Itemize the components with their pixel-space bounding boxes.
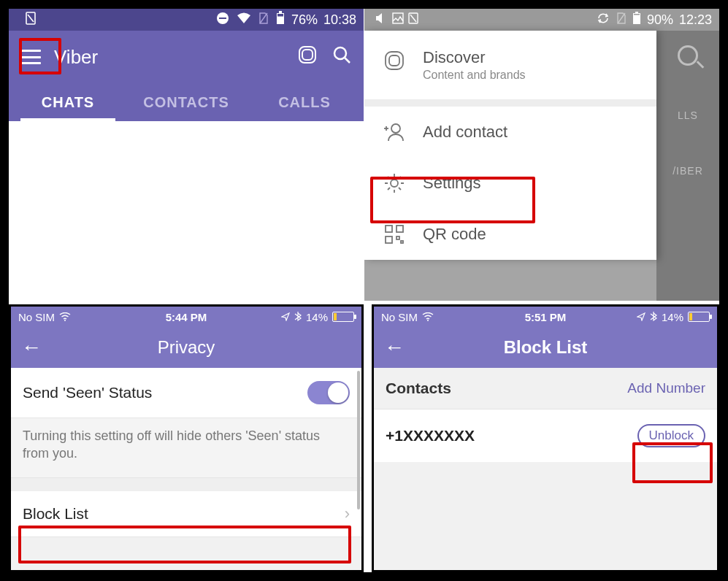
chats-empty-body bbox=[9, 121, 364, 301]
divider bbox=[364, 99, 656, 107]
highlight-menu-button bbox=[19, 38, 61, 74]
no-sim-icon bbox=[258, 12, 269, 28]
highlight-block-list bbox=[18, 526, 351, 563]
menu-label: QR code bbox=[423, 225, 486, 244]
menu-label: Discover bbox=[423, 48, 526, 67]
dnd-icon bbox=[215, 11, 230, 29]
discover-icon bbox=[382, 48, 407, 73]
svg-rect-6 bbox=[279, 11, 282, 13]
row-label: Send 'Seen' Status bbox=[23, 384, 152, 401]
tab-chats[interactable]: CHATS bbox=[9, 84, 127, 121]
tab-contacts[interactable]: CONTACTS bbox=[127, 84, 245, 121]
clock-text: 10:38 bbox=[323, 12, 356, 28]
svg-rect-9 bbox=[302, 50, 313, 60]
status-bar: 76% 10:38 bbox=[9, 9, 364, 31]
no-sim-icon bbox=[616, 12, 627, 28]
notification-icon bbox=[408, 12, 418, 28]
battery-text: 90% bbox=[647, 12, 673, 28]
row-label: Block List bbox=[23, 505, 88, 523]
tab-stub: LLS bbox=[678, 109, 698, 121]
svg-point-21 bbox=[391, 124, 400, 133]
svg-rect-19 bbox=[386, 52, 403, 69]
svg-rect-25 bbox=[386, 226, 392, 232]
status-bar: No SIM 5:44 PM 14% bbox=[11, 307, 361, 327]
blocked-number: +1XXXXXXX bbox=[386, 427, 475, 445]
header-title: Block List bbox=[374, 337, 717, 358]
toggle-send-seen[interactable] bbox=[307, 381, 350, 404]
svg-rect-29 bbox=[401, 241, 403, 243]
svg-line-14 bbox=[410, 15, 416, 22]
svg-line-11 bbox=[345, 58, 350, 63]
panel-side-menu: 90% 12:23 LLS /IBER Discover Content and… bbox=[364, 9, 719, 301]
menu-label: Add contact bbox=[423, 123, 507, 142]
menu-sublabel: Content and brands bbox=[423, 69, 526, 82]
clock-text: 5:51 PM bbox=[374, 311, 717, 323]
screen-header: ← Privacy bbox=[11, 327, 361, 368]
side-drawer: Discover Content and brands Add contact … bbox=[364, 31, 656, 260]
tab-bar: CHATS CONTACTS CALLS bbox=[9, 83, 364, 121]
highlight-unblock bbox=[632, 442, 713, 483]
scrollbar[interactable] bbox=[357, 371, 360, 509]
status-bar: No SIM 5:51 PM 14% bbox=[374, 307, 717, 327]
app-title: Viber bbox=[54, 46, 283, 69]
svg-rect-20 bbox=[389, 55, 399, 66]
battery-icon bbox=[632, 12, 641, 28]
row-description: Turning this setting off will hide other… bbox=[11, 418, 361, 478]
menu-item-add-contact[interactable]: Add contact bbox=[364, 107, 656, 158]
volume-icon bbox=[375, 12, 388, 28]
qr-icon bbox=[382, 222, 407, 247]
panel-block-list: No SIM 5:51 PM 14% ← Block List Contacts bbox=[372, 304, 719, 572]
battery-icon bbox=[688, 312, 710, 322]
section-gap bbox=[11, 478, 361, 491]
panel-privacy: No SIM 5:44 PM 14% ← Privacy Send 'Seen'… bbox=[9, 304, 364, 572]
header-title: Privacy bbox=[11, 337, 361, 358]
battery-text: 76% bbox=[291, 12, 318, 28]
image-icon bbox=[392, 12, 404, 28]
section-label: Contacts bbox=[386, 380, 451, 397]
dimmed-background: LLS /IBER bbox=[656, 31, 719, 301]
svg-rect-3 bbox=[219, 18, 226, 19]
notification-icon bbox=[25, 12, 37, 28]
add-contact-icon bbox=[382, 120, 407, 145]
sync-icon bbox=[596, 12, 610, 28]
clock-text: 12:23 bbox=[679, 12, 712, 28]
svg-line-4 bbox=[260, 13, 267, 23]
svg-rect-27 bbox=[386, 236, 392, 243]
row-send-seen-status[interactable]: Send 'Seen' Status bbox=[11, 368, 361, 418]
svg-rect-17 bbox=[635, 12, 638, 13]
app-bar: Viber bbox=[9, 31, 364, 83]
battery-icon bbox=[332, 312, 354, 322]
panel-viber-home: 76% 10:38 Viber CHATS CONTACTS CALLS bbox=[9, 9, 364, 301]
section-header: Contacts Add Number bbox=[374, 368, 717, 409]
wifi-icon bbox=[236, 12, 252, 28]
status-bar: 90% 12:23 bbox=[364, 9, 719, 31]
highlight-settings bbox=[370, 177, 535, 223]
battery-icon bbox=[275, 11, 286, 29]
menu-item-discover[interactable]: Discover Content and brands bbox=[364, 31, 656, 99]
tab-calls[interactable]: CALLS bbox=[245, 84, 364, 121]
label-stub: /IBER bbox=[673, 165, 703, 177]
viber-logo-icon[interactable] bbox=[296, 44, 318, 71]
search-icon bbox=[678, 45, 698, 66]
svg-line-1 bbox=[28, 15, 34, 22]
chevron-right-icon: › bbox=[345, 504, 350, 523]
svg-rect-26 bbox=[396, 226, 403, 232]
svg-rect-28 bbox=[396, 236, 399, 239]
svg-line-15 bbox=[618, 13, 625, 23]
add-number-link[interactable]: Add Number bbox=[627, 380, 705, 396]
search-icon[interactable] bbox=[332, 45, 352, 70]
clock-text: 5:44 PM bbox=[11, 311, 361, 323]
svg-rect-18 bbox=[634, 14, 640, 15]
svg-rect-7 bbox=[277, 14, 283, 17]
svg-point-10 bbox=[334, 47, 346, 59]
screen-header: ← Block List bbox=[374, 327, 717, 368]
